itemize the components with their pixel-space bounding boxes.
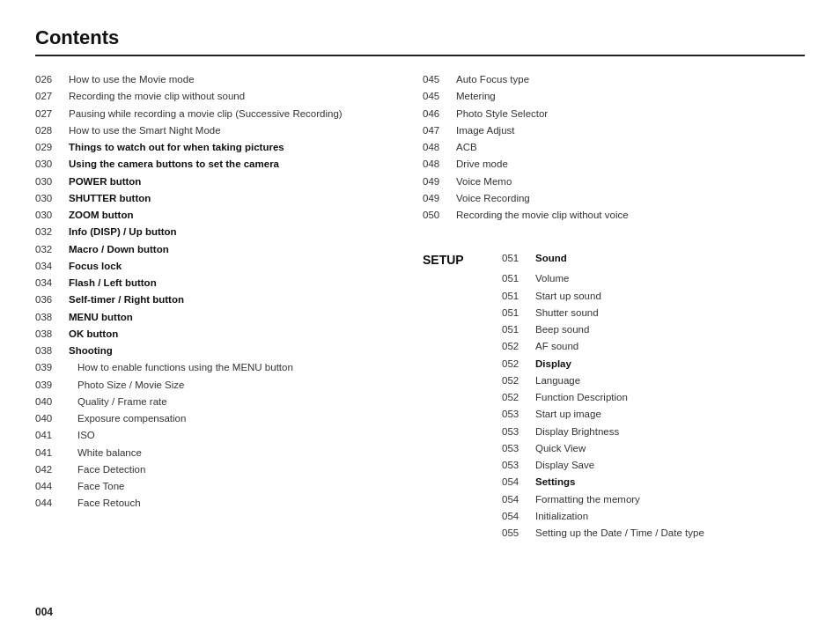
list-item: 041White balance: [35, 446, 396, 461]
toc-number: 027: [35, 89, 69, 104]
toc-number: 049: [423, 191, 456, 206]
toc-number: 036: [35, 292, 69, 307]
toc-label: Quick View: [535, 441, 792, 456]
toc-label: Photo Size / Movie Size: [69, 378, 396, 393]
toc-number: 054: [502, 509, 535, 524]
toc-number: 030: [35, 157, 69, 172]
toc-label: SHUTTER button: [69, 191, 396, 206]
list-item: 036Self-timer / Right button: [35, 292, 396, 307]
toc-label: Volume: [535, 271, 792, 286]
list-item: 053Display Brightness: [423, 424, 792, 439]
toc-number: 041: [35, 428, 69, 443]
toc-number: 048: [423, 157, 456, 172]
toc-label: Language: [535, 373, 792, 388]
toc-number: 050: [423, 208, 456, 223]
toc-label: Shutter sound: [535, 306, 792, 321]
toc-number: 051: [502, 289, 535, 304]
list-item: 052AF sound: [423, 339, 792, 354]
list-item: 039How to enable functions using the MEN…: [35, 360, 396, 375]
list-item: 054Formatting the memory: [423, 492, 792, 507]
section-label: Sound: [535, 251, 792, 266]
toc-label: Initialization: [535, 509, 792, 524]
toc-label: Recording the movie clip without voice: [456, 208, 792, 223]
list-item: 029Things to watch out for when taking p…: [35, 140, 396, 155]
list-item: 052Function Description: [423, 390, 792, 405]
toc-label: Display Save: [535, 458, 792, 473]
toc-number: 044: [35, 496, 69, 511]
list-item: 027Recording the movie clip without soun…: [35, 89, 396, 104]
toc-number: 038: [35, 310, 69, 325]
list-item: 055Setting up the Date / Time / Date typ…: [423, 526, 792, 541]
toc-number: 040: [35, 394, 69, 409]
list-item: 032Info (DISP) / Up button: [35, 225, 396, 240]
toc-number: 054: [502, 492, 535, 507]
toc-label: How to use the Movie mode: [69, 72, 396, 87]
page: Contents 026How to use the Movie mode027…: [0, 0, 840, 634]
toc-number: 052: [502, 390, 535, 405]
toc-label: ZOOM button: [69, 208, 396, 223]
toc-number: 053: [502, 441, 535, 456]
toc-label: Shooting: [69, 343, 396, 358]
list-item: 030Using the camera buttons to set the c…: [35, 157, 396, 172]
toc-label: How to use the Smart Night Mode: [69, 123, 396, 138]
toc-label: Image Adjust: [456, 123, 792, 138]
toc-label: Macro / Down button: [69, 242, 396, 257]
toc-label: Function Description: [535, 390, 792, 405]
section-group-header: 052Display: [423, 357, 792, 372]
setup-label: SETUP: [423, 251, 493, 269]
toc-label: Voice Memo: [456, 174, 792, 189]
toc-number: 053: [502, 407, 535, 422]
toc-label: Using the camera buttons to set the came…: [69, 157, 396, 172]
toc-number: 053: [502, 458, 535, 473]
toc-label: Beep sound: [535, 322, 792, 337]
toc-label: POWER button: [69, 174, 396, 189]
left-column: 026How to use the Movie mode027Recording…: [35, 72, 414, 542]
list-item: 053Display Save: [423, 458, 792, 473]
toc-label: OK button: [69, 327, 396, 342]
toc-number: 045: [423, 72, 456, 87]
toc-number: 038: [35, 327, 69, 342]
section-group-header: SETUP051Sound: [423, 251, 792, 269]
list-item: 042Face Detection: [35, 462, 396, 477]
toc-label: Exposure compensation: [69, 411, 396, 426]
list-item: 051Beep sound: [423, 322, 792, 337]
toc-number: 040: [35, 411, 69, 426]
page-title: Contents: [35, 26, 805, 49]
toc-number: 051: [502, 322, 535, 337]
toc-label: Drive mode: [456, 157, 792, 172]
toc-number: 052: [502, 339, 535, 354]
toc-label: Focus lock: [69, 259, 396, 274]
toc-label: Start up image: [535, 407, 792, 422]
toc-number: 052: [502, 357, 535, 372]
toc-label: ACB: [456, 140, 792, 155]
list-item: 044Face Retouch: [35, 496, 396, 511]
list-item: 049Voice Recording: [423, 191, 792, 206]
toc-number: 054: [502, 475, 535, 490]
list-item: 045Metering: [423, 89, 792, 104]
toc-number: 047: [423, 123, 456, 138]
toc-label: Flash / Left button: [69, 276, 396, 291]
list-item: 050Recording the movie clip without voic…: [423, 208, 792, 223]
list-item: 026How to use the Movie mode: [35, 72, 396, 87]
toc-label: Recording the movie clip without sound: [69, 89, 396, 104]
toc-number: 045: [423, 89, 456, 104]
toc-number: 039: [35, 360, 69, 375]
list-item: 038OK button: [35, 327, 396, 342]
list-item: 053Quick View: [423, 441, 792, 456]
toc-number: 032: [35, 225, 69, 240]
list-item: 038Shooting: [35, 343, 396, 358]
list-item: 034Flash / Left button: [35, 276, 396, 291]
toc-label: ISO: [69, 428, 396, 443]
list-item: 049Voice Memo: [423, 174, 792, 189]
toc-number: 030: [35, 174, 69, 189]
toc-number: 026: [35, 72, 69, 87]
list-item: 040Quality / Frame rate: [35, 394, 396, 409]
toc-number: 028: [35, 123, 69, 138]
toc-label: How to enable functions using the MENU b…: [69, 360, 396, 375]
toc-number: 030: [35, 208, 69, 223]
list-item: 054Initialization: [423, 509, 792, 524]
section-group-header: 054Settings: [423, 475, 792, 490]
toc-number: 039: [35, 378, 69, 393]
section-label: Settings: [535, 475, 792, 490]
toc-label: Things to watch out for when taking pict…: [69, 140, 396, 155]
